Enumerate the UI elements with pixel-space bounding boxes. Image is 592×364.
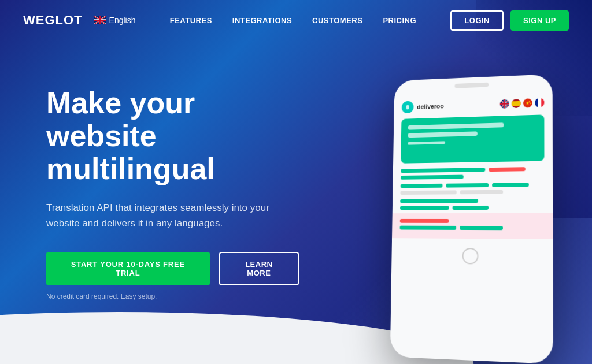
card-line-1 (408, 122, 504, 129)
teal-line-6 (400, 199, 478, 203)
flag-uk (500, 99, 509, 109)
hero-text-block: Make your website multilingual Translati… (46, 75, 299, 300)
content-row-4 (400, 190, 544, 195)
svg-rect-3 (512, 101, 521, 106)
deliveroo-icon (402, 101, 414, 114)
card-line-3 (408, 141, 445, 144)
nav-pricing[interactable]: PRICING (383, 16, 416, 25)
app-content-2 (400, 183, 544, 195)
gray-line-1 (400, 190, 456, 195)
red-line-2 (400, 219, 449, 223)
nav-integrations[interactable]: INTEGRATIONS (232, 16, 292, 25)
teal-line-8 (453, 206, 489, 210)
hero-title: Make your website multilingual (46, 87, 299, 186)
content-row-2 (401, 174, 545, 180)
language-flags: ★ ★ ★ (500, 98, 545, 108)
teal-line-2 (401, 175, 464, 180)
phone-mockup-container: deliveroo (299, 75, 569, 358)
content-row-5 (400, 198, 544, 203)
learn-more-button[interactable]: LEARN MORE (219, 252, 299, 285)
teal-line-1 (401, 168, 485, 173)
hero-buttons: START YOUR 10-DAYS FREE TRIAL LEARN MORE (46, 252, 299, 285)
red-line-1 (489, 167, 525, 172)
flag-cn: ★ ★ ★ (523, 98, 532, 107)
signup-button[interactable]: SIGN UP (510, 10, 569, 31)
hero-subtitle: Translation API that integrates seamless… (46, 200, 289, 231)
deliveroo-symbol (404, 104, 410, 111)
nav-customers[interactable]: CUSTOMERS (312, 16, 362, 25)
logo: WEGLOT (23, 13, 83, 28)
flag-es (512, 99, 521, 108)
navbar: WEGLOT English FEATURES INTEGRATIONS CUS… (0, 0, 592, 40)
login-button[interactable]: LOGIN (450, 10, 504, 31)
teal-line-9 (400, 226, 456, 230)
nav-left: WEGLOT English (23, 13, 135, 28)
gray-line-2 (460, 190, 503, 195)
app-green-card (401, 114, 544, 163)
phone-screen: deliveroo (392, 90, 553, 245)
deliveroo-brand-name: deliveroo (417, 103, 444, 110)
hero-section: Make your website multilingual Translati… (0, 40, 592, 364)
phone-notch (454, 83, 489, 88)
deliveroo-logo: deliveroo (402, 100, 444, 114)
content-row-1 (401, 167, 544, 173)
language-label: English (109, 16, 136, 25)
card-line-2 (408, 131, 478, 138)
uk-flag-icon (94, 16, 106, 24)
app-content-3 (400, 198, 544, 210)
app-header: deliveroo (402, 96, 545, 114)
language-selector[interactable]: English (94, 16, 136, 25)
phone-home-button (462, 248, 478, 265)
app-content-1 (401, 167, 545, 180)
phone-mockup: deliveroo (390, 74, 553, 364)
pink-row-1 (400, 219, 545, 223)
app-pink-section (392, 213, 553, 239)
nav-links: FEATURES INTEGRATIONS CUSTOMERS PRICING (170, 16, 416, 25)
teal-line-4 (446, 183, 489, 188)
nav-actions: LOGIN SIGN UP (450, 10, 569, 31)
content-row-3 (401, 183, 545, 188)
teal-line-3 (401, 184, 442, 188)
trial-button[interactable]: START YOUR 10-DAYS FREE TRIAL (46, 252, 210, 285)
nav-features[interactable]: FEATURES (170, 16, 212, 25)
flag-fr (535, 98, 544, 107)
teal-line-5 (492, 183, 529, 187)
teal-line-10 (460, 226, 503, 230)
pink-row-2 (400, 226, 545, 231)
svg-text:★: ★ (530, 102, 532, 105)
hero-note: No credit card required. Easy setup. (46, 292, 299, 300)
phone-footer (391, 244, 553, 269)
teal-line-7 (400, 206, 449, 210)
content-row-6 (400, 206, 544, 210)
